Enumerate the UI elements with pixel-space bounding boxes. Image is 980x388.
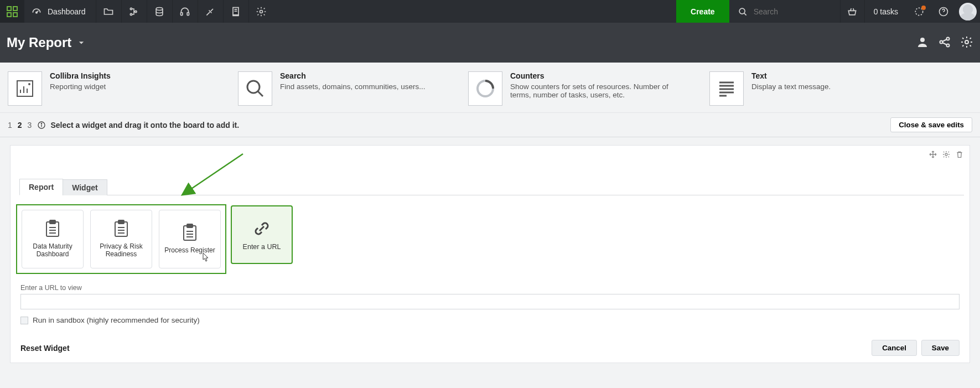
gauge-icon	[31, 6, 42, 17]
save-button[interactable]: Save	[921, 340, 960, 356]
svg-point-41	[945, 153, 947, 156]
dashboard-link[interactable]: Dashboard	[24, 0, 96, 23]
widget-toolbar	[929, 150, 964, 161]
trash-icon	[955, 150, 964, 159]
nav-database-button[interactable]	[147, 0, 172, 23]
nav-document-button[interactable]	[223, 0, 248, 23]
cancel-button[interactable]: Cancel	[872, 340, 917, 356]
delete-button[interactable]	[955, 150, 964, 161]
page-1[interactable]: 1	[8, 121, 12, 130]
nav-hierarchy-button[interactable]	[121, 0, 147, 23]
title-dropdown[interactable]	[76, 37, 87, 48]
owner-button[interactable]	[916, 35, 929, 50]
svg-point-14	[739, 8, 745, 14]
nav-plug-button[interactable]	[198, 0, 223, 23]
svg-rect-10	[181, 12, 183, 15]
report-card-process-register[interactable]: Process Register	[159, 210, 221, 268]
url-input[interactable]	[20, 294, 960, 309]
link-icon	[252, 219, 272, 239]
svg-rect-49	[118, 220, 124, 224]
svg-point-24	[965, 40, 968, 44]
page-2[interactable]: 2	[18, 121, 22, 130]
avatar-icon	[959, 3, 977, 20]
ring-icon	[468, 71, 502, 106]
report-card-data-maturity[interactable]: Data Maturity Dashboard	[22, 210, 84, 268]
titlebar-actions	[916, 35, 973, 50]
svg-rect-2	[7, 13, 11, 17]
svg-rect-11	[187, 12, 189, 15]
top-nav: Dashboard Create 0 tasks	[0, 0, 980, 23]
enter-url-label: Enter a URL	[243, 243, 281, 251]
tab-widget[interactable]: Widget	[63, 179, 107, 195]
clipboard-icon	[43, 219, 63, 239]
settings-button[interactable]	[960, 35, 973, 50]
document-icon	[230, 6, 241, 17]
help-button[interactable]	[931, 0, 956, 23]
app-logo[interactable]	[0, 0, 24, 23]
svg-line-15	[744, 13, 746, 15]
text-lines-icon	[709, 71, 744, 106]
global-search[interactable]	[729, 0, 840, 23]
url-field-label: Enter a URL to view	[20, 284, 960, 292]
svg-line-5	[37, 11, 38, 12]
palette-desc: Display a text message.	[751, 82, 831, 91]
palette-item-search[interactable]: Search Find assets, domains, communities…	[238, 71, 448, 106]
tasks-button[interactable]: 0 tasks	[864, 0, 907, 23]
enter-url-card[interactable]: Enter a URL	[231, 205, 293, 264]
share-icon	[938, 35, 951, 49]
search-icon	[737, 6, 748, 17]
basket-button[interactable]	[840, 0, 864, 23]
reset-widget-link[interactable]: Reset Widget	[20, 344, 70, 353]
tab-widget-label: Widget	[72, 183, 98, 192]
person-icon	[916, 35, 929, 49]
svg-point-13	[260, 10, 263, 13]
nav-folder-button[interactable]	[96, 0, 121, 23]
tab-report-label: Report	[29, 183, 54, 192]
report-card-label: Data Maturity Dashboard	[25, 243, 80, 258]
svg-point-29	[29, 84, 30, 85]
svg-rect-54	[187, 224, 193, 227]
tab-report[interactable]: Report	[19, 179, 63, 195]
svg-point-7	[130, 13, 132, 15]
nav-settings-button[interactable]	[248, 0, 274, 23]
hierarchy-icon	[128, 6, 139, 17]
magnifier-icon	[238, 71, 272, 106]
page-title: My Report	[7, 35, 71, 50]
svg-rect-1	[13, 7, 17, 11]
report-cards-group: Data Maturity Dashboard Privacy & Risk R…	[16, 204, 226, 274]
sandbox-checkbox[interactable]	[20, 317, 28, 324]
config-button[interactable]	[942, 150, 951, 161]
sandbox-label: Run in sandbox (highly recommended for s…	[33, 316, 200, 324]
report-card-privacy-risk[interactable]: Privacy & Risk Readiness	[90, 210, 152, 268]
svg-point-9	[156, 7, 163, 10]
close-save-button[interactable]: Close & save edits	[890, 117, 972, 132]
palette-title: Counters	[510, 71, 671, 80]
svg-point-40	[42, 123, 42, 123]
plug-icon	[205, 6, 216, 17]
palette-item-text[interactable]: Text Display a text message.	[709, 71, 920, 106]
svg-point-30	[247, 81, 260, 93]
palette-item-insights[interactable]: Collibra Insights Reporting widget	[8, 71, 218, 106]
instruction-hint: Select a widget and drag it onto the boa…	[37, 121, 239, 130]
share-button[interactable]	[938, 35, 951, 50]
move-button[interactable]	[929, 150, 937, 161]
create-button[interactable]: Create	[676, 0, 729, 23]
search-input[interactable]	[754, 7, 831, 16]
page-indicator: 1 2 3	[8, 121, 32, 130]
user-avatar-button[interactable]	[956, 0, 980, 23]
nav-headphones-button[interactable]	[172, 0, 198, 23]
headphones-icon	[179, 6, 190, 17]
report-card-label: Process Register	[164, 247, 215, 255]
widget-palette: Collibra Insights Reporting widget Searc…	[0, 63, 980, 113]
activity-button[interactable]	[907, 0, 931, 23]
page-3[interactable]: 3	[28, 121, 32, 130]
palette-item-counters[interactable]: Counters Show counters for sets of resou…	[468, 71, 689, 106]
basket-icon	[847, 6, 858, 17]
report-card-label: Privacy & Risk Readiness	[94, 243, 148, 258]
database-icon	[154, 6, 165, 17]
palette-title: Search	[280, 71, 426, 80]
editor-footer: Reset Widget Cancel Save	[20, 340, 960, 356]
palette-desc: Show counters for sets of resources. Num…	[510, 82, 671, 99]
palette-title: Collibra Insights	[50, 71, 111, 80]
svg-line-31	[258, 91, 263, 96]
